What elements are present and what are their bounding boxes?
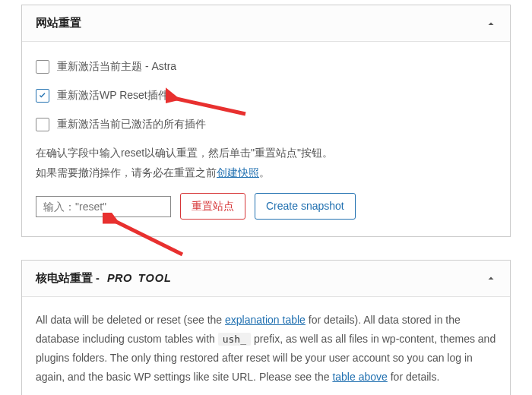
explanation-table-link[interactable]: explanation table [225, 314, 306, 326]
option-label: 重新激活当前已激活的所有插件 [57, 115, 206, 134]
tool-suffix: TOOL [138, 272, 172, 284]
pro-badge: PRO [107, 272, 132, 284]
create-snapshot-link[interactable]: 创建快照 [217, 166, 259, 179]
checkbox-reactivate-plugins[interactable] [36, 118, 49, 131]
table-above-link[interactable]: table above [332, 371, 387, 383]
option-row: 重新激活WP Reset插件 [36, 86, 496, 106]
nuclear-reset-panel: 核电站重置 - PRO TOOL All data will be delete… [21, 260, 511, 395]
website-reset-body: 重新激活当前主题 - Astra 重新激活WP Reset插件 重新激活当前已激… [22, 42, 510, 236]
action-row: 重置站点 Create snapshot [36, 193, 496, 219]
nuclear-reset-body: All data will be deleted or reset (see t… [22, 297, 510, 395]
instruction-line-2: 如果需要撤消操作，请务必在重置之前创建快照。 [36, 163, 496, 183]
instruction-line-1: 在确认字段中输入reset以确认重置，然后单击"重置站点"按钮。 [36, 144, 496, 163]
checkbox-reactivate-wpreset[interactable] [36, 89, 49, 103]
website-reset-panel: 网站重置 重新激活当前主题 - Astra 重新激活WP Reset插件 重新激… [21, 5, 511, 237]
chevron-up-icon [486, 273, 496, 283]
reset-confirm-input[interactable] [36, 196, 171, 217]
panel-title: 核电站重置 - PRO TOOL [36, 271, 172, 286]
checkbox-reactivate-theme[interactable] [36, 60, 49, 74]
prefix-code: ush_ [218, 333, 251, 346]
create-snapshot-button[interactable]: Create snapshot [255, 193, 356, 219]
instruction-text: 在确认字段中输入reset以确认重置，然后单击"重置站点"按钮。 如果需要撤消操… [36, 144, 496, 183]
reset-site-button[interactable]: 重置站点 [180, 193, 245, 219]
option-row: 重新激活当前主题 - Astra [36, 57, 496, 77]
chevron-up-icon [486, 18, 496, 29]
option-label: 重新激活当前主题 - Astra [57, 57, 176, 77]
nuclear-reset-header[interactable]: 核电站重置 - PRO TOOL [22, 261, 510, 297]
option-label: 重新激活WP Reset插件 [57, 86, 169, 106]
option-row: 重新激活当前已激活的所有插件 [36, 115, 496, 134]
panel-title: 网站重置 [36, 16, 81, 30]
website-reset-header[interactable]: 网站重置 [22, 5, 510, 42]
